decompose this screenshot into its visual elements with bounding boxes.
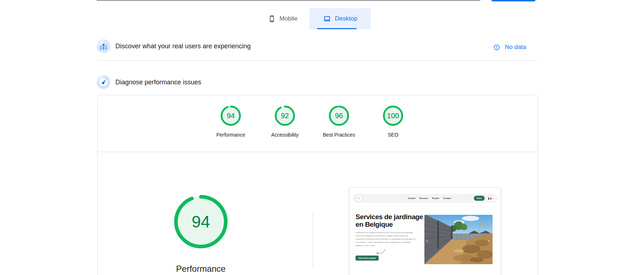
svg-text:100: 100 (387, 112, 399, 120)
svg-text:92: 92 (281, 112, 289, 120)
hand-drawn-arrow-icon (375, 248, 386, 258)
svg-text:‹: ‹ (426, 238, 428, 244)
score-gauge-best-practices[interactable]: 96Best Practices (312, 105, 366, 138)
score-label: Accessibility (271, 132, 299, 138)
preview-nav-links: AccueilServicesProjetsContact (408, 194, 451, 203)
preview-paragraph: Améliorez vos espaces extérieurs avec de… (356, 231, 418, 247)
vertical-divider (313, 213, 313, 269)
tab-mobile[interactable]: Mobile (256, 8, 309, 29)
real-users-icon (97, 39, 110, 53)
preview-nav-link: Accueil (408, 197, 415, 199)
preview-logo-icon (355, 195, 362, 202)
svg-text:94: 94 (227, 112, 235, 120)
laptop-icon (323, 14, 331, 23)
score-gauge-performance[interactable]: 94Performance (204, 105, 258, 138)
field-data-section: Discover what your real users are experi… (97, 39, 251, 53)
section-divider (97, 60, 537, 61)
performance-score-gauge[interactable]: 94 (174, 195, 228, 249)
field-data-title: Discover what your real users are experi… (115, 43, 251, 50)
preview-navbar: AccueilServicesProjetsContact Devis ▼ (353, 194, 497, 203)
final-screenshot-thumbnail: AccueilServicesProjetsContact Devis ▼ Se… (349, 187, 501, 275)
french-flag-icon (488, 198, 491, 200)
tab-mobile-label: Mobile (279, 15, 297, 22)
no-data-label: No data (505, 44, 526, 51)
tab-desktop-label: Desktop (335, 15, 357, 22)
preview-nav-link: Projets (432, 197, 439, 199)
score-label: SEO (388, 132, 398, 138)
preview-nav-link: Services (419, 197, 428, 199)
url-input-underline (97, 0, 480, 1)
pagespeed-insights-screen: Mobile Desktop Discover what your r (0, 0, 644, 275)
preview-garden-photo: ‹ › (424, 215, 493, 264)
diagnose-title: Diagnose performance issues (115, 79, 201, 86)
svg-text:96: 96 (335, 112, 343, 120)
preview-heading: Services de jardinage en Belgique (356, 213, 424, 228)
smartphone-icon (268, 15, 276, 23)
tab-desktop[interactable]: Desktop (309, 8, 371, 29)
svg-text:94: 94 (191, 212, 210, 231)
preview-nav-link: Contact (443, 197, 451, 199)
svg-text:›: › (488, 238, 490, 244)
diagnose-section: Diagnose performance issues (97, 75, 201, 89)
preview-devis-button: Devis (474, 196, 485, 201)
info-icon[interactable] (494, 44, 500, 50)
score-gauge-accessibility[interactable]: 92Accessibility (258, 105, 312, 138)
category-scores-row: 94Performance 92Accessibility 96Best Pra… (204, 105, 420, 138)
chevron-down-icon: ▼ (493, 198, 494, 200)
no-data-link[interactable]: No data (494, 44, 526, 51)
performance-gauge-label: Performance (156, 264, 246, 274)
score-label: Performance (216, 132, 245, 138)
score-gauge-seo[interactable]: 100SEO (366, 105, 420, 138)
analyze-button[interactable] (491, 0, 535, 1)
score-label: Best Practices (323, 132, 355, 138)
lighthouse-gauge-icon (97, 75, 110, 89)
active-tab-indicator (317, 28, 357, 29)
preview-language-selector: ▼ (486, 196, 496, 201)
card-divider (98, 152, 537, 152)
